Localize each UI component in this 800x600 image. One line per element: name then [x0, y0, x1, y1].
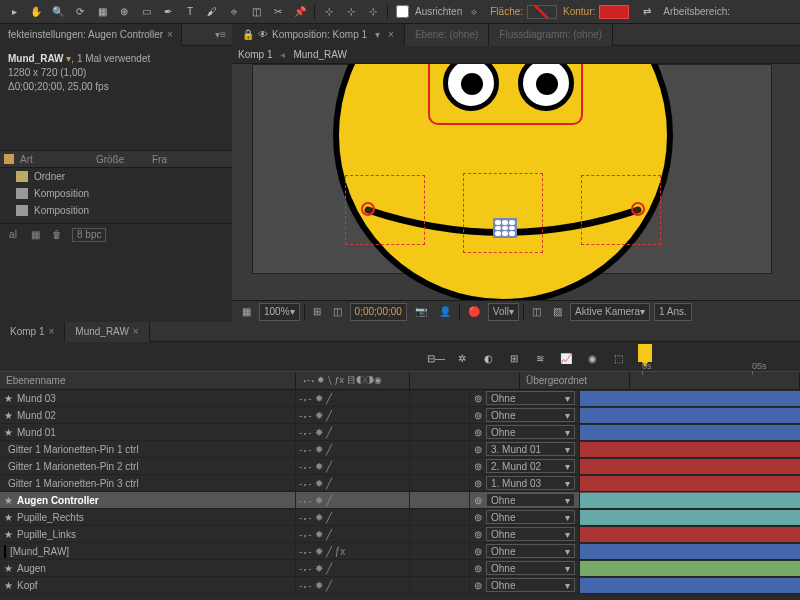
selection-tool-icon[interactable]: ▸: [4, 3, 24, 21]
fb-icon[interactable]: ⊞: [504, 349, 524, 367]
close-icon[interactable]: ×: [48, 326, 54, 337]
search-icon[interactable]: ⊟—: [426, 349, 446, 367]
parent-dropdown[interactable]: Ohne▾: [486, 425, 575, 439]
zoom-dropdown[interactable]: 100% ▾: [259, 303, 300, 321]
layer-row[interactable]: Gitter 1 Marionetten-Pin 2 ctrl -⬩-✸╱ ⊚2…: [0, 458, 800, 475]
pickwhip-icon[interactable]: ⊚: [474, 495, 482, 506]
layer-clip[interactable]: [580, 408, 800, 423]
collapse-switch[interactable]: ✸: [315, 410, 323, 421]
parent-dropdown[interactable]: Ohne▾: [486, 544, 575, 558]
shy-switch[interactable]: -⬩-: [299, 546, 312, 557]
collapse-switch[interactable]: ✸: [315, 478, 323, 489]
brainstorm-icon[interactable]: ◉: [582, 349, 602, 367]
layer-clip[interactable]: [580, 391, 800, 406]
panel-menu-icon[interactable]: ▾≡: [215, 29, 226, 40]
collapse-switch[interactable]: ✸: [315, 546, 323, 557]
quality-switch[interactable]: ╱: [326, 393, 332, 404]
parent-dropdown[interactable]: Ohne▾: [486, 561, 575, 575]
layer-clip[interactable]: [580, 459, 800, 474]
view-axis-icon[interactable]: ⊹: [363, 3, 383, 21]
snapshot-icon[interactable]: 📷: [411, 303, 431, 321]
pickwhip-icon[interactable]: ⊚: [474, 580, 482, 591]
effect-tab[interactable]: fekteinstellungen: Augen Controller×: [0, 24, 182, 46]
parent-dropdown[interactable]: Ohne▾: [486, 578, 575, 592]
puppet-tool-icon[interactable]: 📌: [290, 3, 310, 21]
views-dropdown[interactable]: 1 Ans.: [654, 303, 692, 321]
collapse-switch[interactable]: ✸: [315, 529, 323, 540]
crumb-item[interactable]: Mund_RAW: [293, 49, 347, 60]
col-switches[interactable]: ⬩-⬩ ✸ ⧹ ƒx 目◐◑◉: [296, 372, 410, 390]
bpc-button[interactable]: 8 bpc: [72, 228, 106, 242]
crumb-item[interactable]: Komp 1: [238, 49, 272, 60]
pickwhip-icon[interactable]: ⊚: [474, 478, 482, 489]
pen-tool-icon[interactable]: ✒: [158, 3, 178, 21]
zoom-tool-icon[interactable]: 🔍: [48, 3, 68, 21]
transform-handle[interactable]: [493, 218, 517, 238]
hand-tool-icon[interactable]: ✋: [26, 3, 46, 21]
pickwhip-icon[interactable]: ⊚: [474, 546, 482, 557]
fra-col[interactable]: Fra: [152, 154, 167, 165]
label-col-icon[interactable]: [4, 154, 14, 164]
dropdown-icon[interactable]: ▾: [375, 29, 380, 40]
bin-icon[interactable]: ▦: [28, 228, 42, 242]
pickwhip-icon[interactable]: ⊚: [474, 427, 482, 438]
pickwhip-icon[interactable]: ⊚: [474, 444, 482, 455]
quality-switch[interactable]: ╱: [326, 546, 332, 557]
layer-clip[interactable]: [580, 425, 800, 440]
playhead[interactable]: [638, 344, 652, 362]
shy-switch[interactable]: -⬩-: [299, 580, 312, 591]
shy-switch[interactable]: -⬩-: [299, 478, 312, 489]
parent-dropdown[interactable]: Ohne▾: [486, 510, 575, 524]
col-mode[interactable]: [410, 372, 520, 390]
pickwhip-icon[interactable]: ⊚: [474, 529, 482, 540]
quality-switch[interactable]: ╱: [326, 580, 332, 591]
layer-clip[interactable]: [580, 510, 800, 525]
layer-row[interactable]: ★ Pupille_Rechts -⬩-✸╱ ⊚Ohne▾: [0, 509, 800, 526]
safe-icon[interactable]: ⊞: [309, 303, 325, 321]
stroke-swatch[interactable]: [599, 5, 629, 19]
pickwhip-icon[interactable]: ⊚: [474, 393, 482, 404]
collapse-switch[interactable]: ✸: [315, 580, 323, 591]
collapse-switch[interactable]: ✸: [315, 563, 323, 574]
size-col[interactable]: Größe: [96, 154, 146, 165]
shy-switch[interactable]: -⬩-: [299, 529, 312, 540]
type-col[interactable]: Art: [20, 154, 90, 165]
draft3d-icon[interactable]: ⬚: [608, 349, 628, 367]
quality-switch[interactable]: ╱: [326, 427, 332, 438]
layer-row[interactable]: ★ Mund 02 -⬩-✸╱ ⊚Ohne▾: [0, 407, 800, 424]
comp-viewer[interactable]: [232, 64, 800, 300]
project-row[interactable]: Komposition: [0, 185, 232, 202]
flowchart-tab[interactable]: Flussdiagramm: (ohne): [489, 24, 613, 46]
layer-clip[interactable]: [580, 442, 800, 457]
layer-row[interactable]: ★ Pupille_Links -⬩-✸╱ ⊚Ohne▾: [0, 526, 800, 543]
mb-icon[interactable]: ≋: [530, 349, 550, 367]
quality-switch[interactable]: ╱: [326, 410, 332, 421]
parent-dropdown[interactable]: 3. Mund 01▾: [486, 442, 575, 456]
layer-row[interactable]: [Mund_RAW] -⬩-✸╱ƒx ⊚Ohne▾: [0, 543, 800, 560]
roi-icon[interactable]: ◫: [528, 303, 545, 321]
resolution-dropdown[interactable]: Voll ▾: [488, 303, 519, 321]
collapse-switch[interactable]: ✸: [315, 461, 323, 472]
rotate-tool-icon[interactable]: ⟳: [70, 3, 90, 21]
parent-dropdown[interactable]: Ohne▾: [486, 408, 575, 422]
layer-row[interactable]: Gitter 1 Marionetten-Pin 1 ctrl -⬩-✸╱ ⊚3…: [0, 441, 800, 458]
layer-row[interactable]: ★ Kopf -⬩-✸╱ ⊚Ohne▾: [0, 577, 800, 594]
shy-switch[interactable]: -⬩-: [299, 427, 312, 438]
brush-tool-icon[interactable]: 🖌: [202, 3, 222, 21]
shy-switch[interactable]: -⬩-: [299, 444, 312, 455]
quality-switch[interactable]: ╱: [326, 495, 332, 506]
layer-row[interactable]: ★ Augen -⬩-✸╱ ⊚Ohne▾: [0, 560, 800, 577]
transparency-icon[interactable]: ▨: [549, 303, 566, 321]
graph-icon[interactable]: 📈: [556, 349, 576, 367]
pickwhip-icon[interactable]: ⊚: [474, 563, 482, 574]
channel-icon[interactable]: 🔴: [464, 303, 484, 321]
collapse-switch[interactable]: ✸: [315, 512, 323, 523]
shy-switch[interactable]: -⬩-: [299, 512, 312, 523]
shy-icon[interactable]: ◐: [478, 349, 498, 367]
quality-switch[interactable]: ╱: [326, 478, 332, 489]
layer-row[interactable]: ★ Mund 03 -⬩-✸╱ ⊚Ohne▾: [0, 390, 800, 407]
collapse-switch[interactable]: ✸: [315, 495, 323, 506]
trash-icon[interactable]: 🗑: [50, 228, 64, 242]
layer-clip[interactable]: [580, 493, 800, 508]
mask-icon[interactable]: ◫: [329, 303, 346, 321]
